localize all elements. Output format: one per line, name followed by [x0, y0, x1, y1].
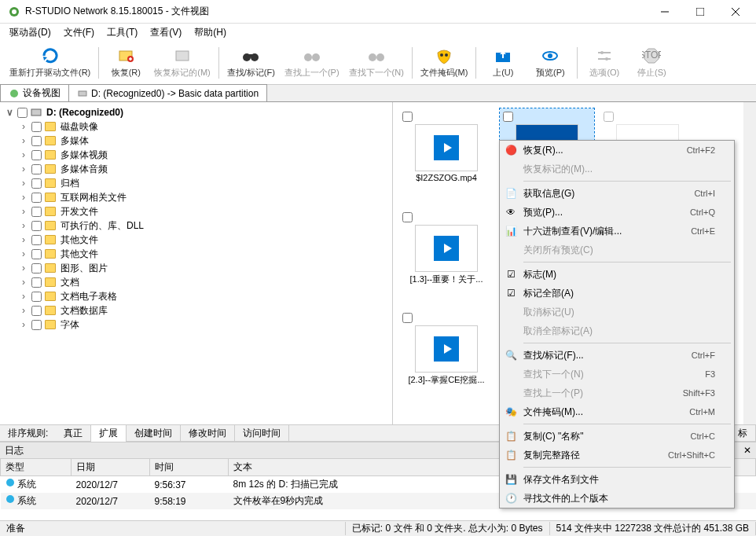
ctx-mark-all[interactable]: ☑标记全部(A) [500, 284, 734, 303]
tree-checkbox[interactable] [31, 136, 42, 146]
ctx-recover[interactable]: 🔴恢复(R)...Ctrl+F2 [500, 141, 734, 160]
file-checkbox[interactable] [402, 212, 413, 222]
menu-tools[interactable]: 工具(T) [101, 24, 144, 41]
tree-item[interactable]: ›可执行的、库、DLL [0, 218, 392, 233]
file-mask-button[interactable]: 文件掩码(M) [416, 45, 473, 80]
tree-item[interactable]: ›其他文件 [0, 247, 392, 261]
file-checkbox[interactable] [503, 112, 513, 122]
sort-mtime[interactable]: 修改时间 [181, 425, 235, 442]
menu-view[interactable]: 查看(V) [144, 24, 188, 41]
sort-ctime[interactable]: 创建时间 [127, 425, 181, 442]
tree-item[interactable]: ›多媒体视频 [0, 148, 392, 162]
ctx-find-version[interactable]: 🕐寻找文件的上个版本 [500, 489, 734, 508]
expander-icon[interactable]: › [19, 192, 28, 203]
expander-icon[interactable]: › [19, 163, 28, 174]
tree-item[interactable]: ›互联网相关文件 [0, 190, 392, 204]
stop-button[interactable]: STOP 停止(S) [628, 45, 675, 80]
find-prev-button[interactable]: 查找上一个(P) [280, 45, 344, 80]
close-button[interactable] [717, 1, 753, 23]
file-checkbox[interactable] [604, 112, 614, 122]
ctx-copy-name[interactable]: 📋复制(C) "名称"Ctrl+C [500, 427, 734, 446]
expander-icon[interactable]: › [19, 234, 28, 245]
file-item[interactable]: $I2ZSZOG.mp4 [399, 108, 494, 203]
menu-file[interactable]: 文件(F) [57, 24, 101, 41]
tree-item[interactable]: ›归档 [0, 176, 392, 190]
tree-checkbox[interactable] [31, 164, 42, 174]
expander-icon[interactable]: › [19, 121, 28, 132]
expander-icon[interactable]: › [19, 262, 28, 274]
expander-icon[interactable]: › [19, 206, 28, 217]
tree-item[interactable]: ›文档 [0, 275, 392, 289]
file-checkbox[interactable] [402, 112, 413, 122]
expander-icon[interactable]: › [19, 319, 28, 330]
expander-icon[interactable]: ∨ [5, 107, 14, 118]
tree-item[interactable]: ›其他文件 [0, 233, 392, 247]
scrollbar[interactable] [743, 102, 756, 424]
ctx-get-info[interactable]: 📄获取信息(G)Ctrl+I [500, 184, 734, 203]
expander-icon[interactable]: › [19, 220, 28, 231]
tree-checkbox[interactable] [31, 277, 42, 288]
log-col-date[interactable]: 日期 [72, 459, 150, 476]
sort-true[interactable]: 真正 [56, 425, 91, 442]
tab-path[interactable]: D: (Recognized0) -> Basic data partition [68, 84, 267, 101]
tree-checkbox[interactable] [31, 306, 42, 316]
maximize-button[interactable] [682, 1, 717, 23]
find-mark-button[interactable]: 查找/标记(F) [222, 45, 280, 80]
options-button[interactable]: 选项(O) [581, 45, 628, 80]
tree-item[interactable]: ›图形、图片 [0, 261, 392, 275]
tree-checkbox[interactable] [31, 249, 42, 259]
ctx-find-mark[interactable]: 🔍查找/标记(F)...Ctrl+F [500, 346, 734, 365]
up-button[interactable]: 上(U) [479, 45, 527, 80]
log-col-type[interactable]: 类型 [1, 459, 72, 476]
tree-item[interactable]: ›开发文件 [0, 204, 392, 218]
tree-pane[interactable]: ∨ D: (Recognized0) ›磁盘映像›多媒体›多媒体视频›多媒体音频… [0, 102, 393, 424]
tree-item[interactable]: ›文档数据库 [0, 303, 392, 318]
tab-device-view[interactable]: 设备视图 [0, 84, 69, 101]
tree-item[interactable]: ›字体 [0, 318, 392, 332]
ctx-preview[interactable]: 👁预览(P)...Ctrl+Q [500, 203, 734, 222]
menu-drive[interactable]: 驱动器(D) [3, 24, 57, 41]
ctx-copy-path[interactable]: 📋复制完整路径Ctrl+Shift+C [500, 446, 734, 464]
reopen-drive-button[interactable]: 重新打开驱动文件(R) [5, 45, 95, 80]
tree-item[interactable]: ›多媒体音频 [0, 162, 392, 176]
expander-icon[interactable]: › [19, 135, 28, 146]
file-item[interactable]: [2.3]--掌握CE挖掘... [399, 310, 494, 404]
file-item[interactable]: [1.3]--重要！关于... [399, 209, 494, 303]
expander-icon[interactable]: › [19, 277, 28, 288]
ctx-file-mask[interactable]: 🎭文件掩码(M)...Ctrl+M [500, 402, 734, 421]
sort-atime[interactable]: 访问时间 [235, 425, 289, 442]
tree-checkbox[interactable] [31, 193, 42, 203]
expander-icon[interactable]: › [19, 305, 28, 316]
find-next-button[interactable]: 查找下一个(N) [344, 45, 409, 80]
tree-checkbox[interactable] [31, 207, 42, 217]
ctx-save-names[interactable]: 💾保存文件名到文件 [500, 470, 734, 489]
tree-checkbox[interactable] [31, 122, 42, 132]
log-col-time[interactable]: 时间 [150, 459, 229, 476]
minimize-button[interactable] [647, 1, 682, 23]
expander-icon[interactable]: › [19, 291, 28, 302]
recover-button[interactable]: 恢复(R) [102, 45, 149, 80]
tree-item[interactable]: ›文档电子表格 [0, 289, 392, 303]
ctx-flag[interactable]: ☑标志(M) [500, 265, 734, 284]
tree-checkbox[interactable] [31, 178, 42, 189]
sort-ext[interactable]: 扩展 [91, 425, 127, 442]
tree-checkbox[interactable] [31, 221, 42, 231]
tree-checkbox[interactable] [31, 235, 42, 245]
expander-icon[interactable]: › [19, 149, 28, 160]
tree-item[interactable]: ›磁盘映像 [0, 119, 392, 134]
ctx-hex-edit[interactable]: 📊十六进制查看(V)/编辑...Ctrl+E [500, 222, 734, 240]
log-close-button[interactable]: ✕ [743, 445, 751, 456]
menu-help[interactable]: 帮助(H) [188, 24, 233, 41]
expander-icon[interactable]: › [19, 178, 28, 189]
file-checkbox[interactable] [402, 313, 413, 323]
tree-item[interactable]: ›多媒体 [0, 134, 392, 148]
tree-checkbox[interactable] [31, 320, 42, 330]
tree-checkbox[interactable] [31, 263, 42, 274]
recover-marked-button[interactable]: 恢复标记的(M) [149, 45, 215, 80]
tree-checkbox[interactable] [31, 292, 42, 302]
expander-icon[interactable]: › [19, 248, 28, 259]
tree-root[interactable]: ∨ D: (Recognized0) [0, 105, 392, 119]
tree-checkbox[interactable] [31, 150, 42, 160]
preview-button[interactable]: 预览(P) [527, 45, 574, 80]
tree-checkbox[interactable] [17, 108, 28, 118]
